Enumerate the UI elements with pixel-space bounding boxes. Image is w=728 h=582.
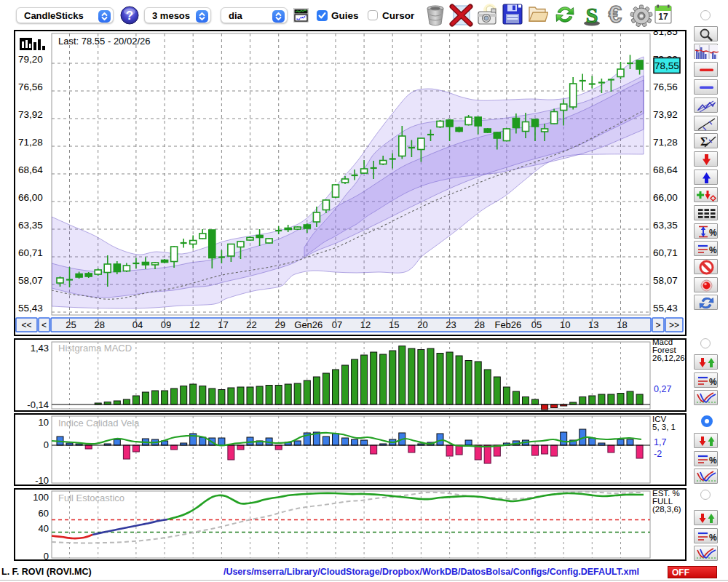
svg-text:%: % <box>709 455 717 466</box>
svg-text:%: % <box>709 377 717 387</box>
svg-text:Σ: Σ <box>700 135 708 148</box>
svg-text:%: % <box>709 533 717 543</box>
svg-text:%: % <box>709 228 717 238</box>
svg-text:(28,3,6): (28,3,6) <box>652 505 681 514</box>
svg-text:%: % <box>709 245 717 255</box>
svg-text:Full Estocastico: Full Estocastico <box>58 493 124 503</box>
svg-text:0: 0 <box>44 551 49 562</box>
svg-text:100: 100 <box>33 492 49 503</box>
svg-text:60: 60 <box>39 508 49 519</box>
svg-text:40: 40 <box>39 523 49 534</box>
